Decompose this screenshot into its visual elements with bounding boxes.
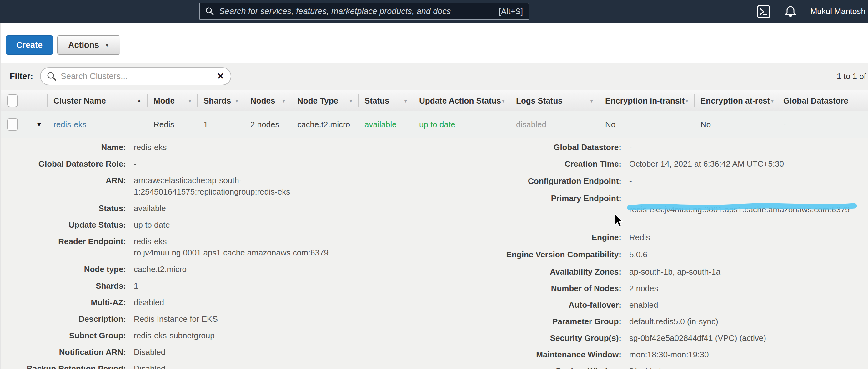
cluster-row-redis-eks: ▼ redis-eks Redis 1 2 nodes cache.t2.mic…: [1, 111, 868, 137]
detail-value: 5.0.6: [629, 249, 647, 260]
search-icon: [205, 7, 214, 16]
column-menu-icon[interactable]: ▼: [589, 98, 594, 103]
column-menu-icon[interactable]: ▼: [770, 98, 775, 103]
detail-label: Shards:: [1, 280, 126, 291]
column-menu-icon[interactable]: ▼: [188, 98, 192, 103]
details-right-column: Global Datastore:- Creation Time:October…: [482, 142, 849, 369]
row-select-cell: [1, 111, 24, 137]
details-left-column: Name:redis-eks Global Datastore Role:- A…: [1, 142, 329, 369]
cell-update-action-status: up to date: [413, 111, 510, 137]
detail-value: Disabled: [629, 366, 661, 369]
clusters-table-header: Cluster Name ▲ Mode ▼ Shards ▼ Nodes ▼ N…: [1, 90, 868, 111]
detail-label: Status:: [1, 203, 126, 214]
detail-label: Parameter Group:: [482, 316, 621, 327]
filter-label: Filter:: [10, 72, 33, 81]
clear-filter-icon[interactable]: ✕: [217, 72, 224, 81]
select-all-checkbox[interactable]: [7, 94, 18, 107]
detail-value: enabled: [629, 299, 658, 310]
detail-value: Redis Instance for EKS: [134, 313, 218, 325]
detail-value: redis-eks- ro.jv4muu.ng.0001.aps1.cache.…: [134, 236, 329, 258]
column-menu-icon[interactable]: ▼: [684, 98, 689, 103]
row-checkbox[interactable]: [7, 118, 18, 131]
column-header-cluster-name[interactable]: Cluster Name ▲: [47, 90, 147, 111]
create-button[interactable]: Create: [6, 35, 53, 55]
detail-label: Multi-AZ:: [1, 297, 126, 308]
cell-encryption-at-rest: No: [694, 111, 777, 137]
detail-label: Auto-failover:: [482, 299, 621, 310]
detail-label: Engine:: [482, 232, 621, 243]
column-header-encryption-in-transit[interactable]: Encryption in-transit ▼: [599, 90, 694, 111]
detail-value: arn:aws:elasticache:ap-south- 1:25450164…: [134, 175, 290, 197]
detail-value: redis-eks-subnetgroup: [134, 330, 215, 341]
detail-label: Global Datastore Role:: [1, 158, 126, 170]
detail-value: sg-0bf42e5a02844df41 (VPC) (active): [629, 332, 766, 344]
column-label: Global Datastore: [783, 96, 848, 106]
column-menu-icon[interactable]: ▼: [348, 98, 353, 103]
account-menu[interactable]: Mukul Mantosh: [810, 6, 866, 16]
cell-mode: Redis: [147, 111, 197, 137]
detail-value: mon:18:30-mon:19:30: [629, 349, 709, 360]
row-expander[interactable]: ▼: [24, 111, 47, 137]
column-header-logs-status[interactable]: Logs Status ▼: [510, 90, 599, 111]
cell-global-datastore: -: [777, 111, 868, 137]
detail-label: Description:: [1, 313, 126, 325]
column-menu-icon[interactable]: ▼: [403, 98, 408, 103]
cell-logs-status: disabled: [510, 111, 599, 137]
column-header-update-action-status[interactable]: Update Action Status ▼: [413, 90, 510, 111]
detail-value: available: [134, 203, 166, 214]
cluster-name-link[interactable]: redis-eks: [54, 120, 86, 129]
chevron-down-icon: ▼: [105, 42, 110, 48]
elasticache-clusters-page: Create Actions ▼ Filter: Search Clusters…: [0, 23, 868, 369]
column-menu-icon[interactable]: ▼: [235, 98, 239, 103]
filter-bar: Filter: Search Clusters... ✕ 1 to 1 of: [1, 63, 868, 90]
primary-endpoint-value: redis-eks.jv4muu.ng.0001.aps1.cache.amaz…: [629, 193, 849, 226]
detail-label: Node type:: [1, 264, 126, 275]
global-search-placeholder: Search for services, features, marketpla…: [219, 6, 499, 16]
cell-node-type: cache.t2.micro: [291, 111, 358, 137]
column-label: Node Type: [297, 96, 338, 106]
column-label: Encryption at-rest: [701, 96, 770, 106]
detail-label: Notification ARN:: [1, 346, 126, 358]
detail-value: Disabled: [134, 363, 165, 369]
detail-label: Subnet Group:: [1, 330, 126, 341]
search-shortcut-hint: [Alt+S]: [499, 6, 523, 16]
column-header-node-type[interactable]: Node Type ▼: [291, 90, 358, 111]
column-header-shards[interactable]: Shards ▼: [197, 90, 244, 111]
detail-label: Configuration Endpoint:: [482, 176, 621, 187]
detail-label: Creation Time:: [482, 158, 621, 170]
column-menu-icon[interactable]: ▼: [501, 98, 506, 103]
detail-label: Maintenance Window:: [482, 349, 621, 360]
detail-label: Primary Endpoint:: [482, 193, 621, 226]
detail-value: Disabled: [134, 346, 165, 358]
column-label: Encryption in-transit: [605, 96, 684, 106]
notifications-bell-icon[interactable]: [784, 5, 797, 18]
detail-value: up to date: [134, 219, 170, 230]
column-header-nodes[interactable]: Nodes ▼: [244, 90, 291, 111]
detail-label: Backup Retention Period:: [1, 363, 126, 369]
cluster-search-input[interactable]: Search Clusters... ✕: [40, 67, 231, 85]
global-search-input[interactable]: Search for services, features, marketpla…: [199, 3, 529, 20]
detail-label: Name:: [1, 142, 126, 153]
detail-value: redis-eks.jv4muu.ng.0001.aps1.cache.amaz…: [629, 205, 849, 214]
detail-value: 1: [134, 280, 138, 291]
detail-value: October 14, 2021 at 6:36:42 AM UTC+5:30: [629, 158, 784, 170]
column-label: Cluster Name: [54, 96, 106, 106]
column-menu-icon[interactable]: ▼: [281, 98, 286, 103]
column-label: Mode: [153, 96, 175, 106]
aws-top-navigation: Search for services, features, marketpla…: [0, 0, 868, 23]
column-label: Logs Status: [516, 96, 563, 106]
detail-label: Availability Zones:: [482, 266, 621, 277]
sort-ascending-icon: ▲: [136, 98, 142, 103]
actions-dropdown-button[interactable]: Actions ▼: [57, 35, 120, 55]
detail-value: default.redis5.0 (in-sync): [629, 316, 718, 327]
cloudshell-icon[interactable]: [757, 5, 771, 19]
detail-value: ap-south-1b, ap-south-1a: [629, 266, 720, 277]
cell-shards: 1: [197, 111, 244, 137]
column-header-global-datastore[interactable]: Global Datastore: [777, 90, 868, 111]
column-header-mode[interactable]: Mode ▼: [147, 90, 197, 111]
detail-value: 2 nodes: [629, 283, 658, 294]
column-header-encryption-at-rest[interactable]: Encryption at-rest ▼: [694, 90, 777, 111]
column-header-status[interactable]: Status ▼: [358, 90, 413, 111]
detail-value: cache.t2.micro: [134, 264, 187, 275]
detail-value: redis-eks: [134, 142, 166, 153]
